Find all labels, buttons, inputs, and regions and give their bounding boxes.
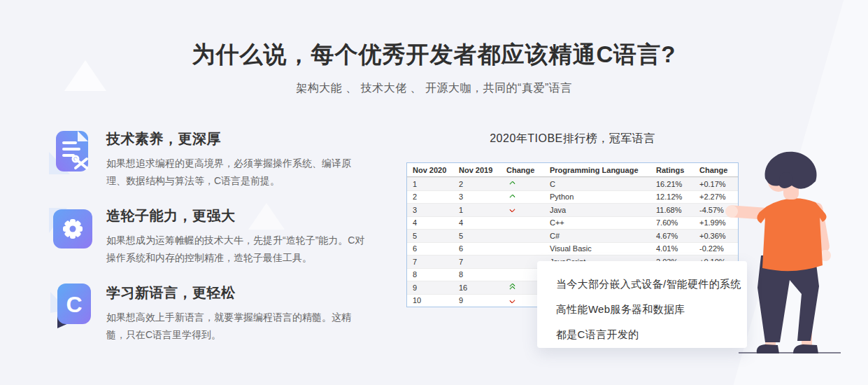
prev-rank-cell: 2 bbox=[453, 180, 501, 188]
column-header: Ratings bbox=[650, 166, 694, 174]
table-row: 44C++7.60%+1.99% bbox=[407, 216, 738, 230]
rank-cell: 9 bbox=[407, 284, 453, 292]
column-header: Programming Language bbox=[544, 166, 650, 174]
tooltip-line: 都是C语言开发的 bbox=[556, 322, 747, 347]
table-row: 55C#4.67%+0.36% bbox=[407, 229, 738, 242]
down-chevron-icon bbox=[509, 207, 515, 212]
change-cell bbox=[501, 207, 544, 212]
ratings-cell: 16.21% bbox=[650, 180, 694, 188]
tooltip-lines: 当今大部分嵌入式设备/智能硬件的系统高性能Web服务器和数据库都是C语言开发的 bbox=[556, 272, 747, 347]
language-cell: C++ bbox=[544, 218, 650, 227]
prev-rank-cell: 8 bbox=[453, 270, 501, 279]
prev-rank-cell: 5 bbox=[453, 232, 501, 240]
prev-rank-cell: 1 bbox=[453, 206, 501, 214]
c-language-icon: C bbox=[49, 282, 92, 328]
prev-rank-cell: 4 bbox=[453, 218, 501, 227]
column-header: Change bbox=[501, 166, 544, 174]
feature-description: 如果想成为运筹帷幄的技术大牛，先提升“造轮子”能力。C对操作系统和内存的控制精准… bbox=[106, 232, 368, 267]
down-chevron-icon bbox=[509, 298, 515, 303]
language-cell: Java bbox=[544, 206, 650, 214]
rank-cell: 1 bbox=[407, 180, 453, 188]
prev-rank-cell: 3 bbox=[453, 192, 501, 201]
feature-item-learn-languages: C 学习新语言，更轻松 如果想高效上手新语言，就要掌握编程语言的精髓。这精髓，只… bbox=[49, 282, 371, 344]
prev-rank-cell: 6 bbox=[453, 244, 501, 253]
rank-cell: 7 bbox=[407, 258, 453, 266]
rank-cell: 3 bbox=[407, 206, 453, 214]
column-header: Nov 2020 bbox=[407, 166, 453, 174]
table-row: 23Python12.12%+2.27% bbox=[407, 190, 738, 204]
rank-cell: 5 bbox=[407, 232, 453, 240]
up-chevron-icon bbox=[509, 195, 515, 200]
table-row: 12C16.21%+0.17% bbox=[407, 177, 738, 190]
page-title: 为什么说，每个优秀开发者都应该精通C语言? bbox=[0, 39, 868, 71]
ratings-cell: 4.67% bbox=[650, 232, 694, 240]
tooltip-card: 当今大部分嵌入式设备/智能硬件的系统高性能Web服务器和数据库都是C语言开发的 bbox=[537, 261, 747, 348]
tiobe-heading: 2020年TIOBE排行榜，冠军语言 bbox=[406, 132, 739, 146]
feature-title: 技术素养，更深厚 bbox=[106, 130, 368, 148]
up-chevron-icon bbox=[509, 181, 515, 186]
prev-rank-cell: 7 bbox=[453, 258, 501, 266]
language-cell: Visual Basic bbox=[544, 244, 650, 253]
language-cell: C bbox=[544, 180, 650, 188]
column-header: Nov 2019 bbox=[453, 166, 501, 174]
tooltip-line: 高性能Web服务器和数据库 bbox=[556, 297, 747, 322]
gear-icon bbox=[49, 205, 92, 251]
table-row: 31Java11.68%-4.57% bbox=[407, 203, 738, 216]
change-cell bbox=[501, 181, 544, 186]
feature-title: 学习新语言，更轻松 bbox=[106, 284, 368, 302]
page-subtitle: 架构大能 、 技术大佬 、 开源大咖，共同的“真爱”语言 bbox=[0, 81, 868, 96]
ratings-cell: 7.60% bbox=[650, 218, 694, 227]
rank-cell: 6 bbox=[407, 244, 453, 253]
prev-rank-cell: 16 bbox=[453, 284, 501, 292]
tooltip-line: 当今大部分嵌入式设备/智能硬件的系统 bbox=[556, 272, 747, 297]
document-tools-icon bbox=[49, 128, 92, 174]
ratings-cell: 11.68% bbox=[650, 206, 694, 214]
feature-description: 如果想高效上手新语言，就要掌握编程语言的精髓。这精髓，只在C语言里学得到。 bbox=[106, 309, 368, 344]
feature-title: 造轮子能力，更强大 bbox=[106, 206, 368, 225]
rank-cell: 2 bbox=[407, 192, 453, 201]
change-cell bbox=[501, 195, 544, 200]
svg-text:C: C bbox=[66, 292, 82, 317]
prev-rank-cell: 9 bbox=[453, 296, 501, 304]
feature-item-build-wheels: 造轮子能力，更强大 如果想成为运筹帷幄的技术大牛，先提升“造轮子”能力。C对操作… bbox=[49, 205, 371, 267]
ratings-cell: 4.01% bbox=[650, 244, 694, 253]
feature-item-tech-quality: 技术素养，更深厚 如果想追求编程的更高境界，必须掌握操作系统、编译原理、数据结构… bbox=[49, 128, 371, 190]
page-background: 为什么说，每个优秀开发者都应该精通C语言? 架构大能 、 技术大佬 、 开源大咖… bbox=[0, 0, 868, 385]
rank-cell: 10 bbox=[407, 296, 453, 304]
rank-cell: 8 bbox=[407, 270, 453, 279]
table-row: 66Visual Basic4.01%-0.22% bbox=[407, 242, 738, 255]
ratings-cell: 12.12% bbox=[650, 192, 694, 201]
language-cell: C# bbox=[544, 232, 650, 240]
rank-cell: 4 bbox=[407, 218, 453, 227]
feature-description: 如果想追求编程的更高境界，必须掌握操作系统、编译原理、数据结构与算法等，C语言是… bbox=[106, 155, 368, 190]
language-cell: Python bbox=[544, 192, 650, 201]
tiobe-header-row: Nov 2020Nov 2019ChangeProgramming Langua… bbox=[407, 163, 738, 177]
